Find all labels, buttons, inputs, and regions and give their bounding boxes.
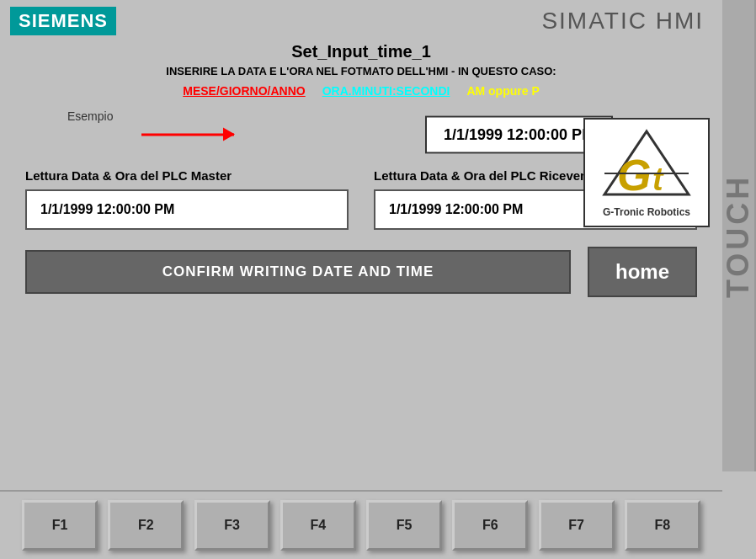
plc-master-value: 1/1/1999 12:00:00 PM bbox=[25, 189, 349, 230]
svg-text:t: t bbox=[652, 162, 664, 197]
subtitle: INSERIRE LA DATA E L'ORA NEL FOTMATO DEL… bbox=[17, 65, 705, 77]
simatic-title: SIMATIC HMI bbox=[541, 8, 704, 35]
header: SIEMENS SIMATIC HMI bbox=[0, 0, 756, 42]
format-ora: ORA.MINUTI:SECONDI bbox=[322, 84, 450, 98]
plc-master-title: Lettura Data & Ora del PLC Master bbox=[25, 168, 349, 183]
fkey-f8[interactable]: F8 bbox=[625, 500, 700, 551]
siemens-logo: SIEMENS bbox=[10, 7, 116, 35]
plc-master-col: Lettura Data & Ora del PLC Master 1/1/19… bbox=[25, 168, 349, 230]
arrow-line bbox=[141, 134, 234, 136]
format-mese: MESE/GIORNO/ANNO bbox=[183, 84, 305, 98]
fkey-f6[interactable]: F6 bbox=[452, 500, 528, 551]
fkey-f2[interactable]: F2 bbox=[108, 500, 184, 551]
esempio-label: Esempio bbox=[67, 109, 113, 123]
buttons-row: CONFIRM WRITING DATE AND TIME home bbox=[17, 247, 705, 297]
format-row: MESE/GIORNO/ANNO ORA.MINUTI:SECONDI AM o… bbox=[17, 84, 705, 98]
fkey-f3[interactable]: F3 bbox=[194, 500, 270, 551]
svg-text:G: G bbox=[617, 151, 651, 200]
separator bbox=[0, 490, 722, 492]
logo-box: G t G-Tronic Robotics bbox=[583, 118, 710, 227]
fkey-f5[interactable]: F5 bbox=[366, 500, 442, 551]
fkey-f4[interactable]: F4 bbox=[280, 500, 356, 551]
touch-label: TOUCH bbox=[722, 0, 756, 471]
logo-label: G-Tronic Robotics bbox=[603, 206, 690, 218]
esempio-arrow bbox=[141, 134, 234, 136]
logo-area: G t G-Tronic Robotics bbox=[583, 118, 710, 227]
home-button[interactable]: home bbox=[588, 247, 697, 297]
page-title: Set_Input_time_1 bbox=[17, 42, 705, 61]
format-am: AM oppure P bbox=[466, 84, 539, 98]
fkey-f7[interactable]: F7 bbox=[539, 500, 615, 551]
confirm-button[interactable]: CONFIRM WRITING DATE AND TIME bbox=[25, 250, 571, 294]
fkeys-row: F1F2F3F4F5F6F7F8 bbox=[0, 500, 722, 551]
arrow-head bbox=[223, 128, 235, 141]
fkey-f1[interactable]: F1 bbox=[22, 500, 98, 551]
gt-logo-svg: G t bbox=[600, 127, 693, 203]
